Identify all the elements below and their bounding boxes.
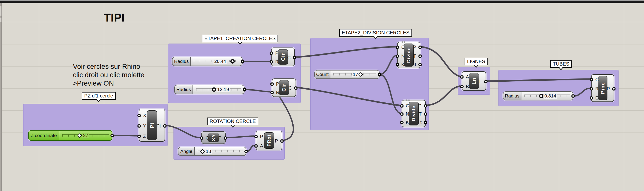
wire-divide2P-lnB[interactable] <box>426 86 460 105</box>
input-nub[interactable] <box>200 136 204 140</box>
output-nub[interactable] <box>224 136 227 140</box>
wire-radius-pipeR[interactable] <box>574 88 590 96</box>
input-nub[interactable] <box>138 114 141 117</box>
output-nub[interactable] <box>418 54 422 58</box>
grasshopper-canvas[interactable]: TIPI Voir cercles sur Rhino clic droit o… <box>0 0 644 191</box>
wire-radius2-cir2R[interactable] <box>245 90 270 92</box>
slider-track[interactable]: 27 <box>59 131 112 140</box>
component-pipe[interactable]: Pipe C R E P <box>591 74 614 102</box>
component-circle-2[interactable]: Cir P R C <box>272 78 296 97</box>
output-nub[interactable] <box>612 87 616 91</box>
wire-xyP-protP[interactable] <box>226 136 254 138</box>
output-nub[interactable] <box>378 73 381 76</box>
input-nub[interactable] <box>590 78 593 81</box>
input-nub[interactable] <box>396 63 399 66</box>
output-nub[interactable] <box>418 63 422 66</box>
wire-cir1C-divide1C[interactable] <box>296 47 396 57</box>
component-plane-rotation[interactable]: PRot P A P <box>256 131 282 150</box>
component-line[interactable]: Ln A B L <box>462 71 486 91</box>
slider-count[interactable]: Count 17 <box>314 70 380 79</box>
output-nub[interactable] <box>294 86 298 90</box>
output-nub[interactable] <box>280 139 284 143</box>
tag-lignes[interactable]: LIGNES <box>464 58 488 65</box>
slider-name: Radius <box>175 85 193 94</box>
component-label: XY <box>210 134 216 141</box>
input-nub[interactable] <box>254 144 258 148</box>
input-nub[interactable] <box>270 91 274 94</box>
slider-track[interactable]: 12.19 <box>193 85 244 94</box>
slider-value: 0.814 <box>544 93 557 99</box>
component-capsule: XY <box>208 133 219 142</box>
output-nub[interactable] <box>241 60 244 63</box>
slider-pipe-radius[interactable]: Radius 0.814 <box>503 91 573 100</box>
input-nub[interactable] <box>270 52 273 55</box>
input-label: R <box>275 59 279 65</box>
tag-rotation-cercle[interactable]: ROTATION CERCLE <box>207 117 258 125</box>
left-rail-tab <box>0 18 2 22</box>
component-capsule: Pipe <box>598 76 608 100</box>
slider-angle[interactable]: Angle 18 <box>178 147 246 156</box>
output-nub[interactable] <box>293 56 296 59</box>
component-state-dots <box>406 99 410 101</box>
component-divide-curve-1[interactable]: Divide C N K P T t <box>397 42 420 68</box>
output-label: P <box>413 45 416 50</box>
slider-track[interactable]: 17 <box>330 71 379 78</box>
tag-tubes[interactable]: TUBES <box>550 60 572 68</box>
wire-angle-protA[interactable] <box>247 145 254 151</box>
wire-cir2C-divide2C[interactable] <box>296 87 400 105</box>
tag-pz-cercle[interactable]: PZ d’1 cercle <box>82 92 116 100</box>
input-nub[interactable] <box>590 87 593 91</box>
component-xy-plane[interactable]: XY O P <box>202 131 226 144</box>
component-construct-point[interactable]: Pt X Y Z Pt <box>139 109 165 142</box>
output-nub[interactable] <box>424 121 427 124</box>
input-label: O <box>206 135 209 141</box>
slider-track[interactable]: 26.44 <box>191 57 242 66</box>
input-nub[interactable] <box>400 104 404 108</box>
slider-track[interactable]: 18 <box>195 147 246 155</box>
slider-radius-small[interactable]: Radius 12.19 <box>174 85 245 94</box>
input-nub[interactable] <box>396 54 399 58</box>
input-nub[interactable] <box>590 96 593 100</box>
component-circle-1[interactable]: Cir P R C <box>271 48 295 66</box>
input-nub[interactable] <box>270 60 273 64</box>
output-nub[interactable] <box>571 94 575 98</box>
wire-lnL-pipeC[interactable] <box>486 79 590 81</box>
output-nub[interactable] <box>243 88 246 91</box>
input-nub[interactable] <box>138 135 141 138</box>
input-nub[interactable] <box>400 121 404 124</box>
slider-z-coordinate[interactable]: Z coordinate 27 <box>28 130 112 141</box>
wire-divide1P-lnA[interactable] <box>421 47 460 76</box>
input-label: Z <box>143 134 146 139</box>
output-nub[interactable] <box>424 112 427 116</box>
input-label: N <box>406 111 409 117</box>
input-nub[interactable] <box>460 75 464 79</box>
wire-count-divide2N[interactable] <box>380 74 400 113</box>
input-nub[interactable] <box>396 46 399 49</box>
tag-etape2[interactable]: ETAPE2_DIVISION CERCLES <box>339 29 412 37</box>
output-nub[interactable] <box>418 46 422 49</box>
component-label: Ln <box>471 78 477 85</box>
input-nub[interactable] <box>460 85 464 88</box>
wire-ptPt-xyO[interactable] <box>166 125 200 138</box>
slider-knob[interactable] <box>212 87 216 92</box>
wire-count-divide1N[interactable] <box>380 56 396 74</box>
component-divide-curve-2[interactable]: Divide C N K P T t <box>402 100 426 127</box>
tag-etape1[interactable]: ETAPE1_CREATION CERCLES <box>202 35 278 42</box>
slider-radius-large[interactable]: Radius 26.44 <box>172 57 243 66</box>
wire-zslider-ptZ[interactable] <box>114 135 137 136</box>
output-nub[interactable] <box>110 134 114 137</box>
input-nub[interactable] <box>270 82 274 86</box>
input-label: P <box>260 134 263 139</box>
output-nub[interactable] <box>424 104 427 108</box>
output-nub[interactable] <box>484 80 488 83</box>
output-nub[interactable] <box>163 124 166 128</box>
slider-track[interactable]: 0.814 <box>522 92 573 100</box>
component-label: Divide <box>406 47 412 63</box>
slider-knob[interactable] <box>230 59 235 64</box>
input-nub[interactable] <box>400 112 404 116</box>
output-nub[interactable] <box>244 150 248 153</box>
slider-knob[interactable] <box>539 94 544 98</box>
input-nub[interactable] <box>138 124 141 128</box>
input-nub[interactable] <box>254 135 258 138</box>
left-rail-tab <box>0 6 2 16</box>
